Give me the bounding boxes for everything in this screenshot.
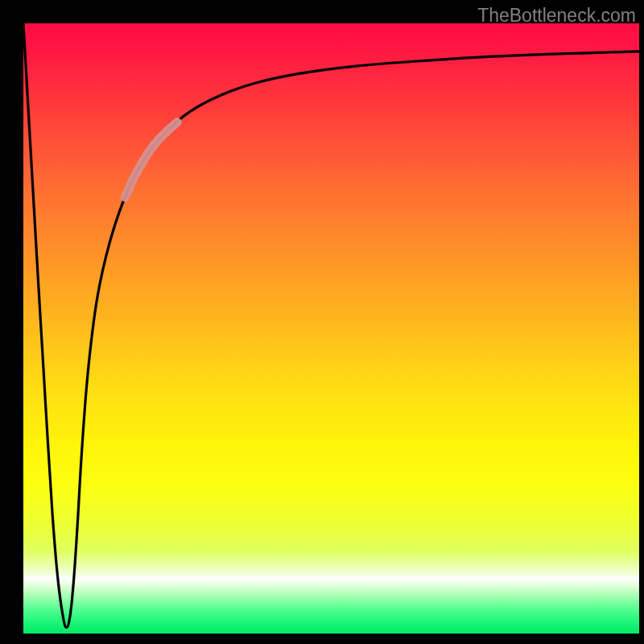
- watermark-label: TheBottleneck.com: [477, 5, 636, 27]
- plot-area: [23, 23, 639, 634]
- chart-frame: TheBottleneck.com: [0, 0, 644, 644]
